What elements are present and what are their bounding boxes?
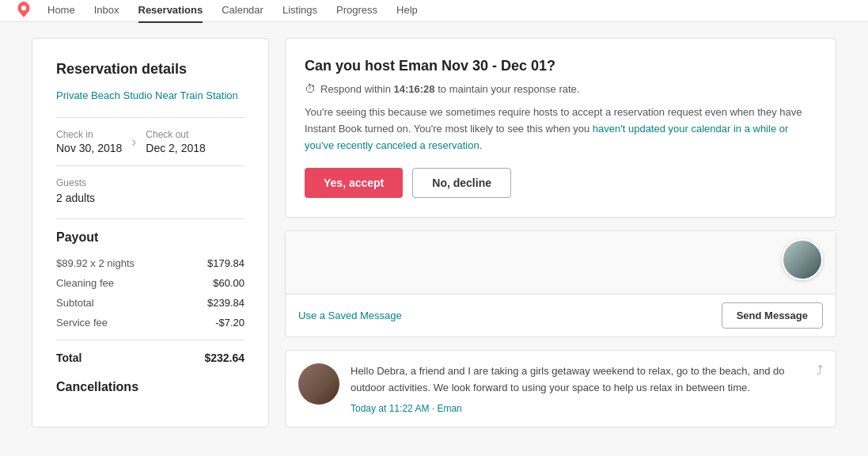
payout-row: $89.92 x 2 nights$179.84	[56, 257, 244, 269]
guest-message-card: Hello Debra, a friend and I are taking a…	[285, 350, 836, 428]
checkin-label: Check in	[56, 129, 122, 140]
host-request-title: Can you host Eman Nov 30 - Dec 01?	[305, 58, 817, 74]
divider-4	[56, 340, 244, 340]
nav-link-listings[interactable]: Listings	[282, 0, 317, 23]
checkin-block: Check in Nov 30, 2018	[56, 129, 122, 154]
host-description: You're seeing this because we sometimes …	[305, 104, 817, 154]
timer-suffix: to maintain your response rate.	[438, 83, 579, 95]
decline-button[interactable]: No, decline	[412, 168, 511, 198]
checkout-block: Check out Dec 2, 2018	[146, 129, 206, 154]
checkout-value: Dec 2, 2018	[146, 142, 206, 154]
host-avatar	[782, 239, 823, 280]
payout-rows: $89.92 x 2 nights$179.84Cleaning fee$60.…	[56, 257, 244, 329]
payout-row-amount: -$7.20	[215, 317, 244, 329]
dates-row: Check in Nov 30, 2018 › Check out Dec 2,…	[56, 129, 244, 154]
message-composer-card: Use a Saved Message Send Message	[285, 230, 836, 337]
right-panel: Can you host Eman Nov 30 - Dec 01? ⏱ Res…	[285, 38, 836, 428]
logo[interactable]	[16, 2, 32, 20]
timer-value: 14:16:28	[394, 83, 435, 95]
message-text: Hello Debra, a friend and I are taking a…	[351, 363, 805, 397]
timer-label: Respond within	[320, 83, 391, 95]
cancellations-title: Cancellations	[56, 380, 244, 394]
navbar: HomeInboxReservationsCalendarListingsPro…	[0, 0, 868, 22]
checkout-label: Check out	[146, 129, 206, 140]
arrow-icon: ›	[131, 134, 136, 150]
timer-text: Respond within 14:16:28 to maintain your…	[320, 83, 579, 95]
guests-label: Guests	[56, 177, 244, 188]
clock-icon: ⏱	[305, 82, 316, 95]
nav-link-home[interactable]: Home	[47, 0, 75, 23]
page-content: Reservation details Private Beach Studio…	[0, 22, 868, 443]
saved-message-link[interactable]: Use a Saved Message	[298, 310, 402, 321]
message-bubble: Hello Debra, a friend and I are taking a…	[351, 363, 805, 414]
nav-links: HomeInboxReservationsCalendarListingsPro…	[47, 0, 418, 23]
timer-row: ⏱ Respond within 14:16:28 to maintain yo…	[305, 82, 817, 95]
payout-row-label: Cleaning fee	[56, 277, 114, 289]
payout-row: Subtotal$239.84	[56, 297, 244, 309]
payout-total-row: Total $232.64	[56, 352, 244, 364]
nav-link-progress[interactable]: Progress	[336, 0, 377, 23]
payout-row-label: Subtotal	[56, 297, 94, 309]
payout-row: Cleaning fee$60.00	[56, 277, 244, 289]
calendar-link[interactable]: haven't updated your calendar in a while…	[305, 123, 788, 151]
guests-value: 2 adults	[56, 192, 244, 204]
guest-avatar	[298, 363, 339, 405]
payout-row-label: Service fee	[56, 317, 108, 329]
nav-link-help[interactable]: Help	[396, 0, 418, 23]
payout-row: Service fee-$7.20	[56, 317, 244, 329]
total-label: Total	[56, 352, 81, 364]
divider-3	[56, 218, 244, 219]
action-buttons: Yes, accept No, decline	[305, 168, 817, 198]
payout-title: Payout	[56, 230, 244, 245]
nav-link-inbox[interactable]: Inbox	[94, 0, 119, 23]
accept-button[interactable]: Yes, accept	[305, 168, 403, 198]
panel-title: Reservation details	[56, 61, 244, 78]
payout-row-label: $89.92 x 2 nights	[56, 257, 135, 269]
divider-1	[56, 117, 244, 118]
payout-row-amount: $60.00	[213, 277, 244, 289]
guest-avatar-image	[298, 363, 339, 405]
divider-2	[56, 165, 244, 166]
message-footer: Use a Saved Message Send Message	[286, 294, 836, 336]
payout-row-amount: $239.84	[207, 297, 244, 309]
send-message-button[interactable]: Send Message	[722, 302, 823, 329]
host-avatar-image	[783, 241, 821, 279]
listing-link[interactable]: Private Beach Studio Near Train Station	[56, 89, 244, 103]
host-request-card: Can you host Eman Nov 30 - Dec 01? ⏱ Res…	[285, 38, 836, 218]
message-area[interactable]	[286, 231, 836, 294]
nav-link-reservations[interactable]: Reservations	[138, 0, 203, 23]
checkin-value: Nov 30, 2018	[56, 142, 122, 154]
total-amount: $232.64	[204, 352, 244, 364]
reply-icon[interactable]: ⤴	[817, 363, 823, 414]
nav-link-calendar[interactable]: Calendar	[222, 0, 263, 23]
payout-row-amount: $179.84	[207, 257, 244, 269]
reservation-details-panel: Reservation details Private Beach Studio…	[32, 38, 269, 428]
message-meta: Today at 11:22 AM · Eman	[351, 403, 805, 414]
